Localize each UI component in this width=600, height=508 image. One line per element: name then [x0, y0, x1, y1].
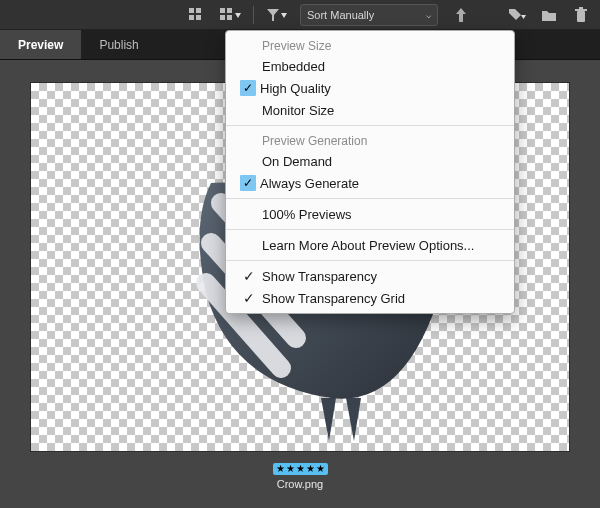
svg-marker-12	[521, 15, 526, 19]
menu-label: Show Transparency	[262, 269, 377, 284]
tab-label: Publish	[99, 38, 138, 52]
menu-item-show-transparency-grid[interactable]: ✓ Show Transparency Grid	[226, 287, 514, 309]
check-slot	[240, 153, 258, 169]
menu-label: Show Transparency Grid	[262, 291, 405, 306]
menu-item-100pct-previews[interactable]: 100% Previews	[226, 203, 514, 225]
menu-item-embedded[interactable]: Embedded	[226, 55, 514, 77]
top-toolbar: Sort Manually ⌵	[0, 0, 600, 30]
svg-rect-7	[227, 15, 232, 20]
check-slot	[240, 206, 258, 222]
menu-label: Learn More About Preview Options...	[262, 238, 474, 253]
menu-label: On Demand	[262, 154, 332, 169]
check-icon: ✓	[240, 290, 258, 306]
svg-rect-5	[227, 8, 232, 13]
svg-marker-9	[267, 9, 279, 21]
star-icon: ★	[286, 464, 295, 474]
menu-item-high-quality[interactable]: ✓ High Quality	[226, 77, 514, 99]
menu-label: Monitor Size	[262, 103, 334, 118]
check-slot	[240, 58, 258, 74]
check-slot	[240, 102, 258, 118]
svg-marker-11	[456, 8, 466, 22]
check-slot	[240, 237, 258, 253]
menu-separator	[226, 229, 514, 230]
menu-separator	[226, 260, 514, 261]
star-icon: ★	[276, 464, 285, 474]
folder-icon[interactable]	[538, 5, 560, 25]
menu-label: 100% Previews	[262, 207, 352, 222]
menu-separator	[226, 198, 514, 199]
tab-preview[interactable]: Preview	[0, 30, 81, 59]
star-icon: ★	[306, 464, 315, 474]
svg-rect-6	[220, 15, 225, 20]
svg-marker-8	[235, 13, 241, 18]
menu-item-on-demand[interactable]: On Demand	[226, 150, 514, 172]
thumb-footer: ★ ★ ★ ★ ★ Crow.png	[273, 458, 328, 490]
tab-label: Preview	[18, 38, 63, 52]
sort-direction-icon[interactable]	[450, 5, 472, 25]
preview-options-menu: Preview Size Embedded ✓ High Quality Mon…	[225, 30, 515, 314]
trash-icon[interactable]	[570, 5, 592, 25]
menu-label: Always Generate	[260, 176, 359, 191]
menu-label: Embedded	[262, 59, 325, 74]
svg-rect-14	[575, 9, 587, 11]
check-icon: ✓	[240, 268, 258, 284]
svg-rect-0	[189, 8, 194, 13]
right-toolbar	[506, 5, 592, 25]
svg-rect-2	[189, 15, 194, 20]
grid-view-icon[interactable]	[185, 5, 207, 25]
menu-item-always-generate[interactable]: ✓ Always Generate	[226, 172, 514, 194]
check-icon: ✓	[240, 80, 256, 96]
chevron-down-icon: ⌵	[426, 10, 431, 20]
menu-item-show-transparency[interactable]: ✓ Show Transparency	[226, 265, 514, 287]
grid-view-dropdown-icon[interactable]	[219, 5, 241, 25]
svg-rect-1	[196, 8, 201, 13]
menu-item-learn-more[interactable]: Learn More About Preview Options...	[226, 234, 514, 256]
menu-item-monitor-size[interactable]: Monitor Size	[226, 99, 514, 121]
svg-rect-13	[577, 11, 585, 22]
filter-icon[interactable]	[266, 5, 288, 25]
svg-rect-3	[196, 15, 201, 20]
tag-icon[interactable]	[506, 5, 528, 25]
star-icon: ★	[316, 464, 325, 474]
rating-badge[interactable]: ★ ★ ★ ★ ★	[273, 463, 328, 475]
svg-rect-4	[220, 8, 225, 13]
svg-rect-15	[579, 7, 583, 9]
menu-header-preview-generation: Preview Generation	[226, 130, 514, 150]
star-icon: ★	[296, 464, 305, 474]
menu-separator	[226, 125, 514, 126]
menu-label: High Quality	[260, 81, 331, 96]
svg-marker-10	[281, 13, 287, 18]
tab-publish[interactable]: Publish	[81, 30, 156, 59]
sort-combo[interactable]: Sort Manually ⌵	[300, 4, 438, 26]
menu-header-preview-size: Preview Size	[226, 35, 514, 55]
sort-label: Sort Manually	[307, 9, 374, 21]
toolbar-divider	[253, 6, 254, 24]
check-icon: ✓	[240, 175, 256, 191]
filename-label: Crow.png	[273, 478, 328, 490]
